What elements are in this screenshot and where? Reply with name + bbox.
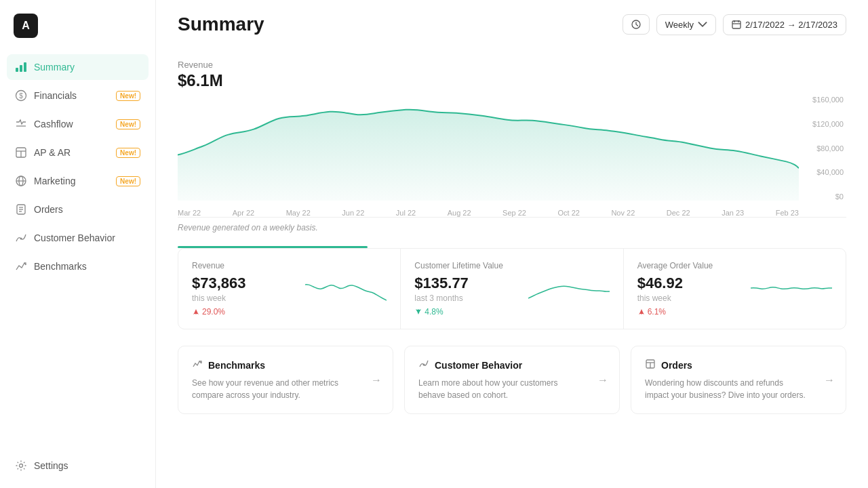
metric-clv-value: $135.77	[414, 274, 469, 292]
clv-mini-chart	[528, 274, 610, 305]
revenue-label: Revenue	[178, 60, 846, 70]
chevron-down-icon	[698, 20, 707, 29]
x-label-6: Sep 22	[502, 209, 526, 217]
chart-note: Revenue generated on a weekly basis.	[178, 223, 846, 232]
svg-rect-2	[24, 62, 26, 72]
svg-rect-1	[20, 65, 22, 72]
summary-icon	[15, 61, 27, 73]
marketing-icon	[15, 175, 27, 187]
metric-aov-header: Average Order Value	[637, 261, 832, 270]
metric-revenue-body: $73,863 this week 29.0%	[192, 274, 387, 317]
x-label-10: Jan 23	[722, 209, 744, 217]
x-label-2: May 22	[286, 209, 311, 217]
customer-behavior-icon	[15, 232, 27, 244]
revenue-value: $6.1M	[178, 71, 846, 90]
metric-revenue-change-val: 29.0%	[202, 307, 225, 317]
main-content: Summary Weekly	[156, 0, 868, 488]
sidebar-item-summary[interactable]: Summary	[7, 54, 149, 80]
orders-icon	[15, 203, 27, 216]
bottom-cards: Benchmarks See how your revenue and othe…	[178, 346, 846, 414]
up-arrow-icon	[414, 308, 422, 316]
chart-y-labels: $160,000 $120,000 $80,000 $40,000 $0	[799, 96, 846, 201]
apar-badge: New!	[116, 148, 140, 158]
app-logo[interactable]: A	[14, 14, 38, 38]
bottom-card-orders-header: Orders	[645, 359, 832, 371]
sidebar-item-orders[interactable]: Orders	[7, 197, 149, 222]
metric-aov-sub: this week	[637, 293, 683, 303]
clock-icon	[631, 20, 641, 29]
x-label-5: Aug 22	[448, 209, 471, 217]
x-label-4: Jul 22	[396, 209, 416, 217]
bottom-card-benchmarks-text: See how your revenue and other metrics c…	[192, 377, 355, 401]
benchmarks-arrow-icon: →	[371, 374, 382, 386]
metric-revenue-sub: this week	[192, 293, 246, 303]
orders-arrow-icon: →	[824, 374, 835, 386]
metric-clv-body: $135.77 last 3 months 4.8%	[414, 274, 609, 317]
metric-revenue-change: 29.0%	[192, 307, 246, 317]
sidebar-item-marketing-label: Marketing	[34, 176, 75, 186]
page-header: Summary Weekly	[178, 0, 846, 46]
frequency-label: Weekly	[665, 20, 694, 30]
metric-aov-body: $46.92 this week 6.1%	[637, 274, 832, 317]
sidebar: A Summary $ Financials New!	[0, 0, 156, 488]
svg-point-15	[20, 238, 22, 240]
bottom-card-benchmarks-title: Benchmarks	[208, 360, 265, 371]
bottom-card-customer-behavior-header: Customer Behavior	[418, 359, 606, 371]
sidebar-item-marketing[interactable]: Marketing New!	[7, 168, 149, 194]
metric-card-clv: Customer Lifetime Value $135.77 last 3 m…	[401, 249, 623, 329]
calendar-icon	[732, 20, 741, 29]
metrics-row: Revenue $73,863 this week 29.0% Customer…	[178, 248, 846, 329]
clock-button[interactable]	[623, 14, 650, 35]
sidebar-item-settings-label: Settings	[34, 460, 68, 471]
cashflow-badge: New!	[116, 119, 140, 129]
bottom-card-customer-behavior[interactable]: Customer Behavior Learn more about how y…	[404, 346, 620, 414]
metric-aov-value: $46.92	[637, 274, 683, 292]
sidebar-item-orders-label: Orders	[34, 204, 63, 215]
bottom-card-orders-title: Orders	[661, 360, 692, 371]
sidebar-item-settings[interactable]: Settings	[7, 453, 149, 479]
date-range-label: 2/17/2022 → 2/17/2023	[745, 20, 837, 30]
metric-revenue-header: Revenue	[192, 261, 387, 270]
chart-area	[178, 96, 799, 201]
bottom-card-benchmarks-header: Benchmarks	[192, 359, 379, 371]
benchmarks-icon	[15, 260, 27, 272]
sidebar-item-benchmarks[interactable]: Benchmarks	[7, 253, 149, 279]
sidebar-item-cashflow[interactable]: Cashflow New!	[7, 111, 149, 137]
sidebar-item-apar-label: AP & AR	[34, 147, 71, 158]
svg-point-16	[20, 464, 23, 468]
bottom-card-benchmarks[interactable]: Benchmarks See how your revenue and othe…	[178, 346, 393, 414]
sidebar-item-ap-ar[interactable]: AP & AR New!	[7, 140, 149, 165]
metric-clv-header: Customer Lifetime Value	[414, 261, 609, 270]
revenue-mini-chart	[305, 274, 387, 305]
marketing-badge: New!	[116, 176, 140, 186]
date-range-picker[interactable]: 2/17/2022 → 2/17/2023	[723, 14, 846, 35]
sidebar-item-financials-label: Financials	[34, 90, 77, 101]
down-arrow-icon-2	[637, 308, 646, 316]
page-title: Summary	[178, 14, 264, 35]
orders-card-icon	[645, 359, 656, 371]
frequency-selector[interactable]: Weekly	[656, 14, 716, 35]
down-arrow-icon	[192, 308, 200, 316]
sidebar-item-customer-behavior[interactable]: Customer Behavior	[7, 225, 149, 251]
y-label-2: $80,000	[799, 144, 844, 152]
customer-behavior-arrow-icon: →	[597, 374, 608, 386]
x-label-0: Mar 22	[178, 209, 201, 217]
benchmarks-card-icon	[192, 359, 203, 371]
bottom-card-customer-behavior-title: Customer Behavior	[435, 360, 522, 371]
metric-revenue-value: $73,863	[192, 274, 246, 292]
sidebar-item-cashflow-label: Cashflow	[34, 119, 73, 129]
metric-card-aov: Average Order Value $46.92 this week 6.1…	[624, 249, 846, 329]
header-controls: Weekly 2/17/2022 → 2/17/2023	[623, 14, 846, 35]
metric-clv-change-val: 4.8%	[425, 307, 443, 317]
sidebar-item-customer-behavior-label: Customer Behavior	[34, 232, 115, 243]
sidebar-item-financials[interactable]: $ Financials New!	[7, 83, 149, 108]
customer-behavior-card-icon	[418, 359, 429, 371]
settings-icon	[15, 460, 27, 472]
financials-badge: New!	[116, 91, 140, 101]
aov-mini-chart	[751, 274, 832, 305]
bottom-card-orders[interactable]: Orders Wondering how discounts and refun…	[631, 346, 846, 414]
sidebar-item-benchmarks-label: Benchmarks	[34, 261, 87, 272]
y-label-1: $120,000	[799, 120, 844, 128]
metric-clv-left: $135.77 last 3 months 4.8%	[414, 274, 469, 317]
y-label-3: $40,000	[799, 168, 844, 176]
